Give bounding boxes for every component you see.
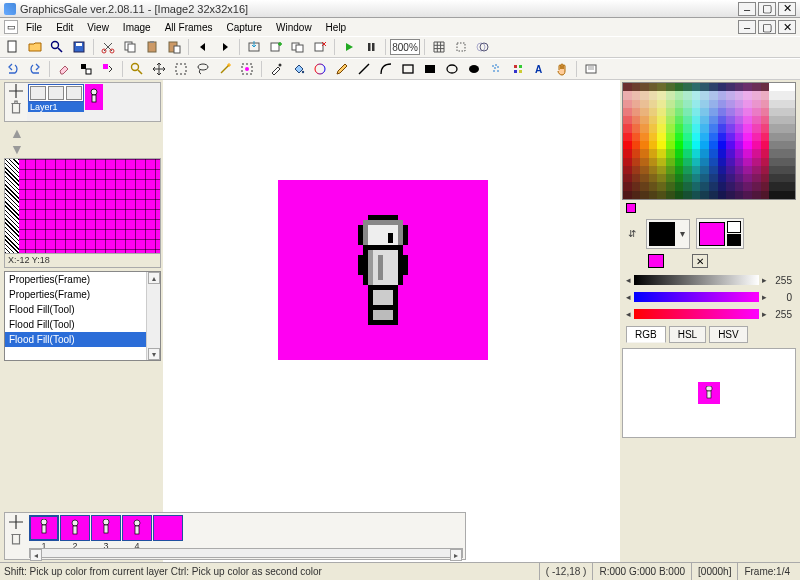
cut-icon[interactable]: [98, 38, 118, 56]
palette-cell[interactable]: [675, 166, 684, 174]
palette-cell[interactable]: [683, 149, 692, 157]
palette-cell[interactable]: [778, 182, 787, 190]
palette-cell[interactable]: [778, 100, 787, 108]
palette-cell[interactable]: [640, 174, 649, 182]
colorselect-icon[interactable]: [237, 60, 257, 78]
palette-cell[interactable]: [692, 116, 701, 124]
palette-cell[interactable]: [640, 141, 649, 149]
play-icon[interactable]: [339, 38, 359, 56]
palette-cell[interactable]: [786, 149, 795, 157]
wand-icon[interactable]: [215, 60, 235, 78]
palette-cell[interactable]: [709, 158, 718, 166]
palette-cell[interactable]: [623, 108, 632, 116]
palette-cell[interactable]: [657, 149, 666, 157]
prev-btn-icon[interactable]: [193, 38, 213, 56]
palette-cell[interactable]: [743, 91, 752, 99]
palette-cell[interactable]: [632, 191, 641, 199]
palette-cell[interactable]: [623, 166, 632, 174]
onion-icon[interactable]: [473, 38, 493, 56]
palette-cell[interactable]: [640, 100, 649, 108]
palette-cell[interactable]: [700, 100, 709, 108]
palette-cell[interactable]: [786, 174, 795, 182]
palette-cell[interactable]: [709, 91, 718, 99]
palette-cell[interactable]: [718, 124, 727, 132]
palette-cell[interactable]: [761, 108, 770, 116]
palette-cell[interactable]: [752, 182, 761, 190]
palette-cell[interactable]: [735, 124, 744, 132]
frame-2[interactable]: 2: [60, 515, 90, 551]
palette-cell[interactable]: [726, 100, 735, 108]
palette-cell[interactable]: [769, 141, 778, 149]
palette-cell[interactable]: [718, 100, 727, 108]
palette-cell[interactable]: [657, 116, 666, 124]
redo-icon[interactable]: [25, 60, 45, 78]
palette-cell[interactable]: [726, 158, 735, 166]
palette-cell[interactable]: [666, 158, 675, 166]
palette-cell[interactable]: [735, 108, 744, 116]
palette-cell[interactable]: [752, 83, 761, 91]
palette-cell[interactable]: [692, 100, 701, 108]
swap-colors-icon[interactable]: ⇵: [628, 228, 640, 239]
palette-cell[interactable]: [786, 166, 795, 174]
palette-cell[interactable]: [735, 182, 744, 190]
bucket-icon[interactable]: [288, 60, 308, 78]
palette-cell[interactable]: [657, 158, 666, 166]
palette-cell[interactable]: [743, 133, 752, 141]
save-icon[interactable]: [69, 38, 89, 56]
palette-cell[interactable]: [700, 166, 709, 174]
palette-cell[interactable]: [649, 182, 658, 190]
palette-cell[interactable]: [786, 133, 795, 141]
palette-cell[interactable]: [683, 166, 692, 174]
palette-cell[interactable]: [769, 158, 778, 166]
replacecolor-icon[interactable]: [98, 60, 118, 78]
palette-cell[interactable]: [623, 124, 632, 132]
palette-cell[interactable]: [726, 182, 735, 190]
palette-cell[interactable]: [675, 158, 684, 166]
magnify-icon[interactable]: [127, 60, 147, 78]
palette-cell[interactable]: [761, 174, 770, 182]
palette-cell[interactable]: [632, 141, 641, 149]
palette-cell[interactable]: [675, 100, 684, 108]
spray-icon[interactable]: [486, 60, 506, 78]
palette-cell[interactable]: [778, 158, 787, 166]
palette-cell[interactable]: [761, 83, 770, 91]
lasso-icon[interactable]: [193, 60, 213, 78]
palette-cell[interactable]: [700, 158, 709, 166]
palette-cell[interactable]: [700, 133, 709, 141]
palette-cell[interactable]: [752, 124, 761, 132]
palette-cell[interactable]: [718, 174, 727, 182]
palette-cell[interactable]: [640, 83, 649, 91]
palette-cell[interactable]: [632, 108, 641, 116]
palette-cell[interactable]: [709, 166, 718, 174]
palette-cell[interactable]: [726, 124, 735, 132]
palette-cell[interactable]: [683, 91, 692, 99]
palette-cell[interactable]: [675, 83, 684, 91]
palette-cell[interactable]: [666, 108, 675, 116]
doc-icon[interactable]: ▭: [4, 20, 18, 34]
history-item[interactable]: Properties(Frame): [5, 272, 146, 287]
palette-cell[interactable]: [752, 91, 761, 99]
palette-cell[interactable]: [692, 108, 701, 116]
rect-icon[interactable]: [398, 60, 418, 78]
palette-cell[interactable]: [709, 116, 718, 124]
thumbnail-grid[interactable]: [5, 159, 160, 253]
palette-cell[interactable]: [735, 116, 744, 124]
tab-hsl[interactable]: HSL: [669, 326, 706, 343]
primary-dropdown-icon[interactable]: ▾: [677, 222, 687, 246]
palette-cell[interactable]: [640, 166, 649, 174]
palette-cell[interactable]: [718, 133, 727, 141]
frame-4[interactable]: 4: [122, 515, 152, 551]
palette-cell[interactable]: [675, 91, 684, 99]
stamp-icon[interactable]: [508, 60, 528, 78]
palette-cell[interactable]: [623, 116, 632, 124]
palette-cell[interactable]: [778, 91, 787, 99]
palette-cell[interactable]: [700, 191, 709, 199]
palette-cell[interactable]: [769, 149, 778, 157]
b-inc-icon[interactable]: ▸: [762, 309, 767, 319]
palette-cell[interactable]: [666, 83, 675, 91]
palette-cell[interactable]: [649, 174, 658, 182]
palette-cell[interactable]: [632, 100, 641, 108]
palette-cell[interactable]: [718, 149, 727, 157]
palette-cell[interactable]: [752, 100, 761, 108]
frame-3[interactable]: 3: [91, 515, 121, 551]
